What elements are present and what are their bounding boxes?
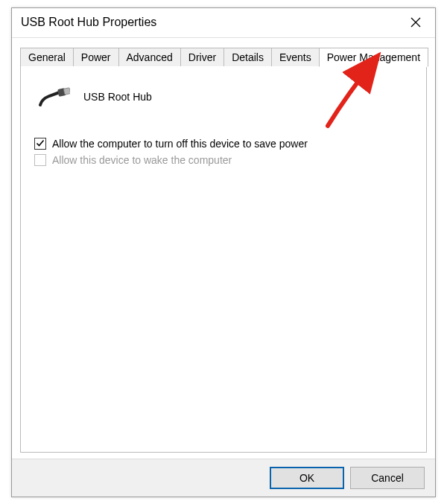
svg-rect-3	[63, 87, 70, 94]
checkbox-allow-wake	[34, 154, 46, 166]
checkmark-icon	[36, 139, 45, 147]
label-allow-wake: Allow this device to wake the computer	[52, 154, 232, 166]
close-button[interactable]	[399, 10, 432, 34]
ok-button-label: OK	[299, 472, 314, 484]
properties-dialog: USB Root Hub Properties General Power Ad…	[11, 7, 436, 497]
window-title: USB Root Hub Properties	[21, 16, 399, 29]
button-bar: OK Cancel	[12, 459, 435, 497]
tab-driver[interactable]: Driver	[180, 48, 224, 66]
tab-details[interactable]: Details	[224, 48, 272, 66]
tab-power-management[interactable]: Power Management	[319, 48, 428, 67]
tab-advanced[interactable]: Advanced	[118, 48, 181, 66]
content-area: General Power Advanced Driver Details Ev…	[12, 38, 435, 459]
tabstrip: General Power Advanced Driver Details Ev…	[20, 48, 427, 66]
tab-general[interactable]: General	[20, 48, 74, 66]
usb-cable-icon	[39, 86, 70, 108]
cancel-button[interactable]: Cancel	[350, 467, 425, 489]
device-header: USB Root Hub	[39, 86, 413, 108]
close-icon	[410, 17, 421, 28]
tab-power[interactable]: Power	[73, 48, 119, 66]
cancel-button-label: Cancel	[371, 472, 404, 484]
titlebar: USB Root Hub Properties	[12, 8, 435, 38]
option-allow-wake: Allow this device to wake the computer	[34, 154, 413, 166]
tab-panel-power-management: USB Root Hub Allow the computer to turn …	[20, 66, 427, 453]
ok-button[interactable]: OK	[270, 467, 344, 489]
checkbox-allow-turnoff[interactable]	[34, 138, 46, 150]
tab-events[interactable]: Events	[271, 48, 320, 66]
device-name: USB Root Hub	[83, 91, 152, 103]
option-allow-turnoff[interactable]: Allow the computer to turn off this devi…	[34, 138, 413, 150]
label-allow-turnoff: Allow the computer to turn off this devi…	[52, 138, 308, 150]
